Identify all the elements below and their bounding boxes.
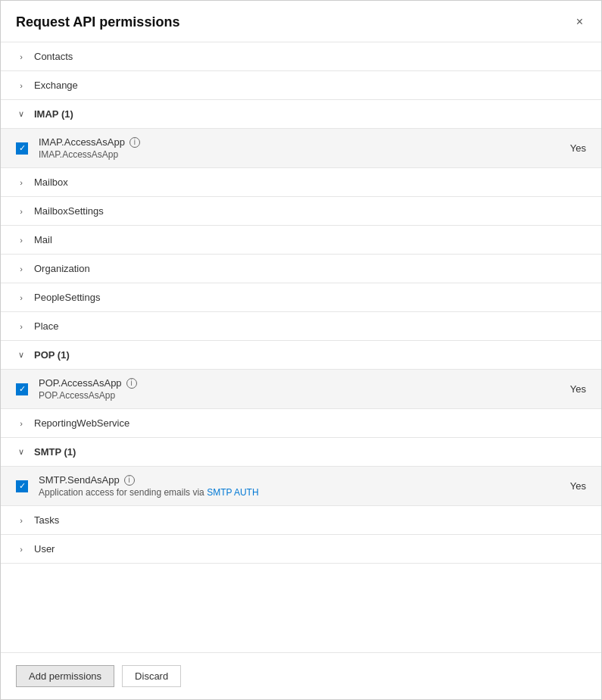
info-icon[interactable]: i [126, 378, 137, 389]
section-label-user: User [34, 543, 55, 555]
checkmark-icon: ✓ [19, 385, 26, 393]
chevron-icon-exchange: › [16, 81, 27, 90]
permission-description: Application access for sending emails vi… [39, 487, 548, 498]
discard-button[interactable]: Discard [122, 665, 181, 687]
info-icon[interactable]: i [129, 137, 140, 148]
section-header-smtp[interactable]: ∨SMTP (1) [1, 438, 601, 467]
permission-name-text: POP.AccessAsApp [39, 377, 122, 389]
dialog-body[interactable]: ›Contacts›Exchange∨IMAP (1)✓IMAP.AccessA… [1, 42, 601, 652]
permission-name: POP.AccessAsAppi [39, 377, 548, 389]
dialog-title: Request API permissions [16, 14, 179, 30]
section-header-mailboxsettings[interactable]: ›MailboxSettings [1, 197, 601, 226]
chevron-icon-imap: ∨ [16, 109, 27, 119]
section-label-contacts: Contacts [34, 51, 73, 62]
section-header-peoplesettings[interactable]: ›PeopleSettings [1, 283, 601, 312]
info-icon[interactable]: i [124, 475, 135, 486]
permission-name-text: IMAP.AccessAsApp [39, 136, 125, 148]
permission-name: IMAP.AccessAsAppi [39, 136, 548, 148]
permission-info: IMAP.AccessAsAppiIMAP.AccessAsApp [39, 136, 548, 160]
permission-row: ✓SMTP.SendAsAppiApplication access for s… [1, 467, 601, 506]
section-header-place[interactable]: ›Place [1, 312, 601, 341]
section-header-user[interactable]: ›User [1, 535, 601, 564]
chevron-icon-smtp: ∨ [16, 447, 27, 457]
section-label-imap: IMAP (1) [34, 108, 73, 120]
permission-row: ✓POP.AccessAsAppiPOP.AccessAsAppYes [1, 370, 601, 409]
section-label-reportingwebservice: ReportingWebService [34, 417, 129, 429]
section-label-mail: Mail [34, 234, 52, 245]
section-label-mailboxsettings: MailboxSettings [34, 205, 104, 217]
section-label-pop: POP (1) [34, 349, 70, 361]
permission-description: IMAP.AccessAsApp [39, 149, 548, 160]
permission-checkbox[interactable]: ✓ [16, 480, 28, 492]
add-permissions-button[interactable]: Add permissions [16, 665, 114, 687]
permission-name-text: SMTP.SendAsApp [39, 474, 120, 486]
section-label-exchange: Exchange [34, 80, 78, 91]
section-label-place: Place [34, 320, 59, 332]
close-button[interactable]: × [573, 13, 586, 31]
permission-status: Yes [548, 142, 586, 154]
checkmark-icon: ✓ [19, 482, 26, 490]
chevron-icon-tasks: › [16, 516, 27, 525]
section-header-mail[interactable]: ›Mail [1, 226, 601, 255]
permission-name: SMTP.SendAsAppi [39, 474, 548, 486]
permission-checkbox[interactable]: ✓ [16, 383, 28, 395]
section-label-tasks: Tasks [34, 514, 59, 526]
permission-description: POP.AccessAsApp [39, 390, 548, 401]
section-label-organization: Organization [34, 263, 90, 274]
permission-info: SMTP.SendAsAppiApplication access for se… [39, 474, 548, 498]
dialog: Request API permissions × ›Contacts›Exch… [0, 0, 602, 700]
chevron-icon-pop: ∨ [16, 350, 27, 360]
chevron-icon-user: › [16, 545, 27, 554]
chevron-icon-mail: › [16, 236, 27, 245]
chevron-icon-place: › [16, 322, 27, 331]
permission-status: Yes [548, 480, 586, 492]
section-header-imap[interactable]: ∨IMAP (1) [1, 100, 601, 129]
section-header-exchange[interactable]: ›Exchange [1, 71, 601, 100]
checkmark-icon: ✓ [19, 144, 26, 152]
section-header-mailbox[interactable]: ›Mailbox [1, 168, 601, 197]
section-label-smtp: SMTP (1) [34, 446, 76, 458]
chevron-icon-reportingwebservice: › [16, 419, 27, 428]
permission-status: Yes [548, 383, 586, 395]
section-header-tasks[interactable]: ›Tasks [1, 506, 601, 535]
dialog-footer: Add permissions Discard [1, 652, 601, 699]
dialog-header: Request API permissions × [1, 1, 601, 42]
permission-info: POP.AccessAsAppiPOP.AccessAsApp [39, 377, 548, 401]
permission-row: ✓IMAP.AccessAsAppiIMAP.AccessAsAppYes [1, 129, 601, 168]
chevron-icon-contacts: › [16, 52, 27, 61]
chevron-icon-mailboxsettings: › [16, 207, 27, 216]
section-label-mailbox: Mailbox [34, 177, 68, 188]
chevron-icon-peoplesettings: › [16, 293, 27, 302]
section-header-organization[interactable]: ›Organization [1, 255, 601, 283]
chevron-icon-mailbox: › [16, 178, 27, 187]
section-header-pop[interactable]: ∨POP (1) [1, 341, 601, 370]
section-label-peoplesettings: PeopleSettings [34, 292, 100, 303]
chevron-icon-organization: › [16, 264, 27, 273]
section-header-reportingwebservice[interactable]: ›ReportingWebService [1, 409, 601, 438]
permission-checkbox[interactable]: ✓ [16, 142, 28, 155]
section-header-contacts[interactable]: ›Contacts [1, 42, 601, 71]
smtp-auth-link[interactable]: SMTP AUTH [207, 487, 258, 498]
